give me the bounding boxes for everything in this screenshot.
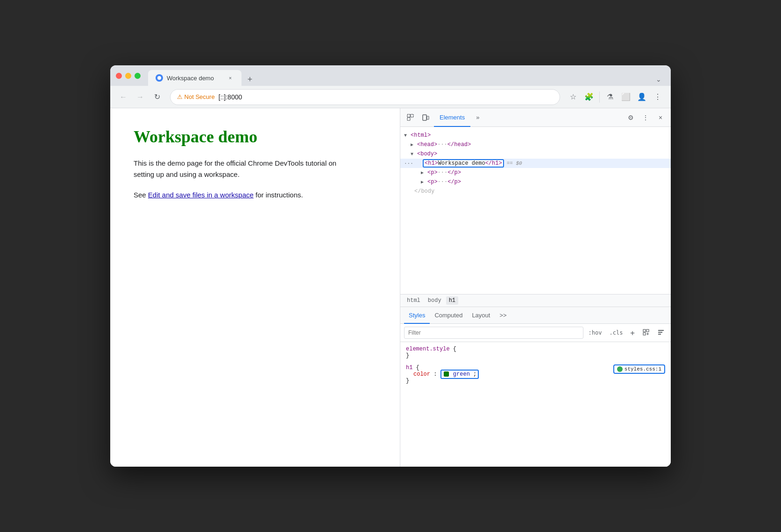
dom-eq-s0: == $0 (507, 161, 522, 166)
layout-tab[interactable]: Layout (467, 307, 495, 324)
h1-semicolon: ; (473, 371, 476, 378)
elements-tab[interactable]: Elements (434, 108, 470, 127)
devtools-settings-button[interactable]: ⚙ (624, 111, 637, 124)
body-partial: y (431, 188, 434, 195)
active-tab[interactable]: Workspace demo × (148, 70, 241, 86)
paragraph2-suffix: for instructions. (254, 191, 303, 199)
styles-more-tabs[interactable]: >> (495, 307, 511, 324)
body-expand-arrow[interactable]: ▼ (411, 152, 417, 157)
tab-close-button[interactable]: × (227, 74, 234, 82)
p1-ellipsis: ··· (438, 169, 448, 176)
browser-window: Workspace demo × + ⌄ ← → ↻ ⚠ Not Secure … (110, 65, 671, 467)
add-style-button[interactable]: + (628, 328, 637, 338)
devtools-close-button[interactable]: × (654, 111, 667, 124)
h1-close-brace: } (406, 378, 409, 384)
svg-rect-13 (658, 334, 661, 335)
svg-rect-11 (658, 330, 664, 331)
dom-body-line[interactable]: ▼ <body> (400, 149, 671, 159)
forward-button[interactable]: → (133, 90, 148, 105)
p1-open-tag: <p> (427, 169, 438, 176)
new-tab-button[interactable]: + (243, 73, 256, 86)
styles-toolbar: Styles Computed Layout >> (400, 307, 671, 324)
dom-body-close-line[interactable]: </body (400, 187, 671, 196)
devtools-panel: Elements » ⚙ ⋮ × ▼ <html> ▶ <head> (400, 108, 671, 467)
styles-content: element.style { } h1 { (400, 342, 671, 393)
devtools-menu-button[interactable]: ⋮ (639, 111, 652, 124)
dom-p2-line[interactable]: ▶ <p> ··· </p> (400, 177, 671, 187)
h1-color-value-highlight: green ; (440, 370, 479, 379)
body-close-tag: </bod (414, 188, 431, 195)
h1-highlight: <h1>Workspace demo</h1> (423, 159, 504, 168)
breadcrumb-body[interactable]: body (425, 296, 444, 305)
styles-source-link[interactable]: styles.css:1 (613, 364, 665, 374)
svg-rect-2 (411, 114, 413, 117)
dom-head-line[interactable]: ▶ <head> ··· </head> (400, 140, 671, 149)
dom-tree: ▼ <html> ▶ <head> ··· </head> ▼ <body> ·… (400, 127, 671, 294)
hov-button[interactable]: :hov (586, 329, 604, 337)
styles-tab[interactable]: Styles (404, 307, 430, 324)
menu-button[interactable]: ⋮ (650, 90, 665, 105)
lab-button[interactable]: ⚗ (603, 90, 618, 105)
color-swatch[interactable] (444, 371, 449, 377)
dom-html-line[interactable]: ▼ <html> (400, 131, 671, 140)
h1-colon: : (433, 371, 440, 378)
nav-bar: ← → ↻ ⚠ Not Secure [::]:8000 ☆ 🧩 ⚗ ⬜ 👤 ⋮ (110, 86, 671, 108)
svg-rect-7 (646, 329, 649, 332)
p1-close-tag: </p> (447, 169, 461, 176)
p1-expand-arrow[interactable]: ▶ (421, 170, 427, 175)
svg-rect-6 (643, 329, 646, 332)
p2-ellipsis: ··· (438, 179, 448, 185)
tab-title: Workspace demo (167, 75, 223, 82)
bookmark-button[interactable]: ☆ (566, 90, 581, 105)
html-expand-arrow[interactable]: ▼ (404, 133, 411, 138)
html-tag: <html> (411, 132, 431, 139)
device-toolbar-button[interactable] (419, 111, 432, 124)
computed-icon2-button[interactable] (655, 328, 667, 338)
split-view-button[interactable]: ⬜ (618, 90, 633, 105)
computed-icon1-button[interactable] (640, 328, 652, 338)
breadcrumb-html[interactable]: html (404, 296, 423, 305)
h1-color-property[interactable]: color (413, 371, 430, 378)
devtools-toolbar: Elements » ⚙ ⋮ × (400, 108, 671, 127)
styles-filter-input[interactable] (404, 327, 583, 339)
element-style-close-line: } (406, 352, 665, 359)
close-traffic-light[interactable] (116, 73, 122, 79)
reload-button[interactable]: ↻ (149, 90, 164, 105)
p2-open-tag: <p> (427, 179, 438, 185)
breadcrumb-h1[interactable]: h1 (446, 296, 458, 305)
element-style-selector-line: element.style { (406, 346, 665, 352)
inspect-element-button[interactable] (404, 111, 417, 124)
element-style-open-brace: { (453, 346, 456, 352)
svg-rect-3 (407, 118, 410, 120)
h1-indent: <h1>Workspace demo</h1> (415, 160, 504, 167)
minimize-traffic-light[interactable] (125, 73, 131, 79)
profile-button[interactable]: 👤 (634, 90, 649, 105)
devtools-more-tabs[interactable]: » (470, 108, 485, 127)
head-ellipsis: ··· (437, 141, 447, 148)
computed-tab[interactable]: Computed (430, 307, 467, 324)
page-paragraph1: This is the demo page for the official C… (134, 158, 339, 180)
svg-rect-1 (407, 114, 410, 117)
extensions-button[interactable]: 🧩 (582, 90, 596, 105)
cls-button[interactable]: .cls (607, 329, 625, 337)
styles-source-icon (617, 366, 623, 372)
head-close-tag: </head> (447, 141, 471, 148)
h1-color-value[interactable]: green (453, 371, 470, 378)
back-button[interactable]: ← (116, 90, 131, 105)
styles-source-file: styles.css:1 (625, 366, 661, 372)
tab-dropdown-button[interactable]: ⌄ (652, 73, 665, 86)
security-warning: ⚠ Not Secure (177, 93, 215, 100)
head-expand-arrow[interactable]: ▶ (411, 142, 417, 147)
h1-open-brace: { (416, 364, 419, 371)
workspace-link[interactable]: Edit and save files in a workspace (148, 191, 254, 199)
paragraph2-prefix: See (134, 191, 148, 199)
address-bar[interactable]: ⚠ Not Secure [::]:8000 (170, 89, 560, 105)
dom-p1-line[interactable]: ▶ <p> ··· </p> (400, 168, 671, 177)
dom-h1-line[interactable]: ··· <h1>Workspace demo</h1> == $0 (400, 159, 671, 168)
fullscreen-traffic-light[interactable] (135, 73, 141, 79)
p2-expand-arrow[interactable]: ▶ (421, 179, 427, 185)
element-style-close-brace: } (406, 352, 409, 359)
title-bar: Workspace demo × + ⌄ (110, 65, 671, 86)
devtools-tabs: Elements » (434, 108, 622, 126)
h1-close-tag: </h1> (485, 160, 502, 167)
